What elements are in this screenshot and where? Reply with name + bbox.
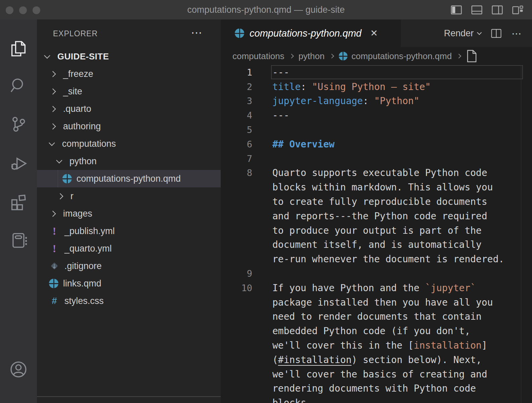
code-line-wrap[interactable]: to produce your output is part of the [221, 223, 532, 238]
tree-item--quarto-yml[interactable]: !_quarto.yml [37, 240, 221, 257]
code-text: embedded Python code (if you don't, [272, 325, 470, 337]
activity-extensions-icon[interactable] [0, 189, 37, 214]
tree-item--freeze[interactable]: _freeze [37, 65, 221, 83]
code-line-wrap[interactable]: we'll cover the basics of creating and [221, 367, 532, 382]
chevron-right-icon [50, 211, 56, 217]
tree-item-label: computations-python.qmd [76, 174, 181, 184]
sidebar-section-divider [37, 396, 221, 397]
code-line-3[interactable]: 3jupyter-language: "Python" [221, 94, 532, 108]
code-text: package installed then you have all you [272, 297, 493, 308]
code-editor[interactable]: 1---2title: "Using Python — site"3jupyte… [221, 65, 532, 403]
code-line-wrap[interactable]: document itself, and is automatically [221, 238, 532, 252]
code-line-wrap[interactable]: we'll cover this in the [installation] [221, 338, 532, 353]
tree-item--gitignore[interactable]: .gitignore [37, 257, 221, 275]
tree-item-label: links.qmd [63, 278, 101, 289]
line-number: 4 [221, 110, 252, 121]
code-line-wrap[interactable]: embedded Python code (if you don't, [221, 324, 532, 338]
titlebar: computations-python.qmd — guide-site [0, 0, 532, 19]
chevron-down-icon [56, 157, 62, 163]
chevron-right-icon [457, 54, 461, 58]
tree-item-r[interactable]: r [37, 187, 221, 205]
code-line-8[interactable]: 8Quarto supports executable Python code [221, 166, 532, 180]
tab-computations-python-qmd[interactable]: computations-python.qmd ✕ [221, 19, 401, 47]
code-text: --- [272, 67, 289, 78]
line-number: 7 [221, 153, 252, 164]
code-line-5[interactable]: 5 [221, 123, 532, 137]
tree-item--publish-yml[interactable]: !_publish.yml [37, 222, 221, 240]
chevron-right-icon [50, 123, 56, 129]
activity-explorer-icon[interactable] [0, 37, 37, 61]
breadcrumb-item-python[interactable]: python [299, 51, 325, 61]
activity-notebook-icon[interactable] [0, 228, 37, 252]
yaml-file-icon: ! [49, 243, 60, 254]
line-number: 2 [221, 82, 252, 92]
breadcrumb-label: computations [232, 51, 284, 61]
code-line-4[interactable]: 4--- [221, 108, 532, 123]
breadcrumb-item-computations[interactable]: computations [232, 51, 284, 61]
tree-item--site[interactable]: _site [37, 83, 221, 100]
tree-item-styles-css[interactable]: #styles.css [37, 292, 221, 310]
code-line-wrap[interactable]: package installed then you have all you [221, 295, 532, 310]
customize-layout-icon[interactable] [512, 5, 523, 14]
code-line-wrap[interactable]: blocks. [221, 396, 532, 403]
toggle-secondary-sidebar-icon[interactable] [492, 5, 503, 14]
breadcrumb-item-computations-python-qmd[interactable]: computations-python.qmd [339, 51, 452, 61]
tree-item-label: _quarto.yml [64, 243, 112, 254]
render-button[interactable]: Render [444, 28, 481, 39]
code-text: title: "Using Python — site" [272, 81, 431, 92]
code-line-2[interactable]: 2title: "Using Python — site" [221, 80, 532, 94]
activity-account-icon[interactable] [0, 357, 37, 382]
code-text: to create fully reproducible documents [272, 196, 487, 207]
code-line-6[interactable]: 6## Overview [221, 137, 532, 151]
quarto-file-icon [62, 174, 72, 183]
tree-item-computations[interactable]: computations [37, 135, 221, 152]
activity-source-control-icon[interactable] [0, 112, 37, 136]
tree-item-label: styles.css [64, 296, 104, 306]
code-line-wrap[interactable]: re-run whenever the document is rendered… [221, 252, 532, 266]
breadcrumb: computationspythoncomputations-python.qm… [221, 47, 532, 65]
outline-section-header[interactable]: OUTLINE [37, 398, 221, 403]
code-line-wrap[interactable]: and reports---the Python code required [221, 209, 532, 223]
line-number: 10 [221, 283, 252, 293]
code-text: document itself, and is automatically [272, 239, 482, 250]
file-tree: _freeze_site.quartoauthoringcomputations… [37, 65, 221, 310]
tree-item-images[interactable]: images [37, 205, 221, 222]
quarto-file-icon [235, 29, 244, 38]
code-line-wrap[interactable]: to create fully reproducible documents [221, 194, 532, 209]
code-line-9[interactable]: 9 [221, 266, 532, 281]
code-line-1[interactable]: 1--- [221, 65, 532, 80]
activity-run-debug-icon[interactable] [0, 151, 37, 175]
breadcrumb-symbol-file-icon[interactable] [466, 50, 477, 62]
explorer-more-actions-button[interactable]: ⋯ [191, 19, 203, 48]
indent-guide [58, 170, 58, 187]
code-line-7[interactable]: 7 [221, 151, 532, 166]
code-text: Quarto supports executable Python code [272, 167, 487, 178]
tree-item-authoring[interactable]: authoring [37, 118, 221, 135]
tree-item-label: _publish.yml [64, 226, 115, 236]
toggle-panel-icon[interactable] [471, 5, 482, 14]
code-text: we'll cover the basics of creating and [272, 369, 487, 380]
code-line-wrap[interactable]: blocks within markdown. This allows you [221, 180, 532, 194]
tree-item--quarto[interactable]: .quarto [37, 100, 221, 118]
split-editor-button[interactable] [491, 29, 501, 38]
editor-more-actions-button[interactable]: ⋯ [512, 28, 523, 39]
tree-root-guide-site[interactable]: GUIDE-SITE [37, 48, 221, 65]
chevron-right-icon [50, 88, 56, 94]
explorer-title: EXPLORER [53, 19, 98, 48]
code-text: we'll cover this in the [installation] [272, 340, 487, 351]
tree-item-links-qmd[interactable]: links.qmd [37, 275, 221, 292]
tree-item-python[interactable]: python [37, 152, 221, 170]
code-line-wrap[interactable]: rendering documents with Python code [221, 382, 532, 396]
code-line-wrap[interactable]: need to render documents that contain [221, 310, 532, 324]
close-tab-icon[interactable]: ✕ [370, 28, 378, 39]
activity-search-icon[interactable] [0, 74, 37, 98]
code-text: jupyter-language: "Python" [272, 95, 419, 106]
code-line-wrap[interactable]: (#installation) section below). Next, [221, 353, 532, 367]
code-text: blocks. [272, 397, 312, 403]
code-line-10[interactable]: 10If you have Python and the `jupyter` [221, 281, 532, 295]
toggle-primary-sidebar-icon[interactable] [451, 5, 462, 14]
tree-item-computations-python-qmd[interactable]: computations-python.qmd [37, 170, 221, 187]
editor-scrollbar-edge [521, 65, 521, 403]
yaml-file-icon: ! [49, 226, 60, 236]
tree-item-label: .gitignore [64, 261, 102, 271]
